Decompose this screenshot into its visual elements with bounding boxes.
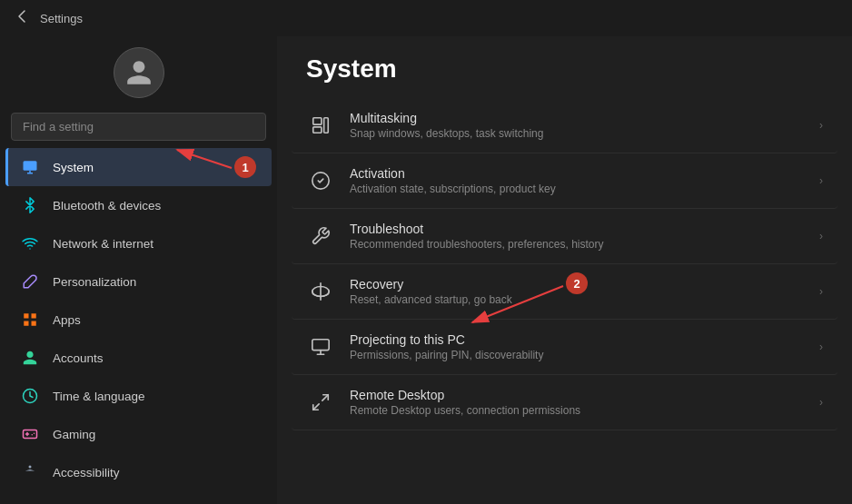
troubleshoot-chevron: › [819,230,823,242]
remotedesktop-title: Remote Desktop [350,388,805,402]
settings-item-activation[interactable]: Activation Activation state, subscriptio… [292,153,837,209]
troubleshoot-desc: Recommended troubleshooters, preferences… [350,238,805,251]
sidebar-item-gaming-label: Gaming [53,428,95,441]
projecting-icon [306,332,335,361]
remotedesktop-icon [306,388,335,417]
sidebar-item-bluetooth[interactable]: Bluetooth & devices [5,186,272,224]
content-header: System [277,36,852,98]
projecting-chevron: › [819,341,823,353]
activation-text: Activation Activation state, subscriptio… [350,166,805,195]
settings-item-remotedesktop[interactable]: Remote Desktop Remote Desktop users, con… [292,375,837,430]
sidebar-item-bluetooth-label: Bluetooth & devices [53,199,161,212]
sidebar-item-system[interactable]: System [5,148,272,186]
page-title: System [306,54,823,84]
sidebar-item-accessibility[interactable]: Accessibility [5,453,272,491]
settings-item-multitasking[interactable]: Multitasking Snap windows, desktops, tas… [292,98,837,153]
brush-icon [20,272,40,292]
sidebar-item-timelanguage-label: Time & language [53,390,145,403]
sidebar-item-apps-label: Apps [53,313,81,327]
sidebar-item-gaming[interactable]: Gaming [5,415,272,453]
settings-item-recovery[interactable]: Recovery Reset, advanced startup, go bac… [292,264,837,320]
sidebar-item-system-label: System [53,161,94,174]
activation-title: Activation [350,166,805,181]
clock-icon [20,386,40,406]
sidebar-item-network[interactable]: Network & internet [5,224,272,262]
recovery-text: Recovery Reset, advanced startup, go bac… [350,277,805,306]
back-button[interactable] [15,9,29,27]
recovery-desc: Reset, advanced startup, go back [350,293,805,306]
grid-icon [20,310,40,330]
user-avatar-container [0,36,277,113]
svg-rect-17 [324,118,329,133]
sidebar-item-accounts-label: Accounts [53,351,104,365]
projecting-title: Projecting to this PC [350,332,805,347]
svg-rect-5 [32,313,36,318]
svg-rect-21 [312,340,329,351]
content-area: System Multitasking Snap windows, deskto… [277,36,852,504]
settings-item-troubleshoot[interactable]: Troubleshoot Recommended troubleshooters… [292,209,837,264]
sidebar: System Bluetooth & devices [0,36,277,504]
search-container [11,113,266,141]
troubleshoot-text: Troubleshoot Recommended troubleshooters… [350,222,805,251]
gamepad-icon [20,424,40,444]
settings-item-projecting[interactable]: Projecting to this PC Permissions, pairi… [292,320,837,375]
wifi-icon [20,233,40,253]
person-icon [20,348,40,368]
activation-icon [306,166,335,195]
settings-list: Multitasking Snap windows, desktops, tas… [277,98,852,430]
sidebar-nav: System Bluetooth & devices [0,148,277,491]
multitasking-icon [306,111,335,140]
remotedesktop-desc: Remote Desktop users, connection permiss… [350,404,805,417]
remotedesktop-chevron: › [819,396,823,409]
svg-rect-16 [313,127,322,133]
avatar [114,47,164,98]
recovery-title: Recovery [350,277,805,292]
svg-point-14 [29,466,32,469]
accessibility-icon [20,462,40,482]
projecting-text: Projecting to this PC Permissions, pairi… [350,332,805,361]
remotedesktop-text: Remote Desktop Remote Desktop users, con… [350,388,805,417]
sidebar-item-personalization[interactable]: Personalization [5,262,272,301]
monitor-icon [20,157,40,177]
activation-desc: Activation state, subscriptions, product… [350,183,805,195]
app-title: Settings [40,12,83,25]
title-bar: Settings [0,0,852,36]
multitasking-desc: Snap windows, desktops, task switching [350,127,805,140]
projecting-desc: Permissions, pairing PIN, discoverabilit… [350,349,805,361]
svg-rect-6 [24,321,28,326]
bluetooth-icon [20,195,40,215]
recovery-chevron: › [819,285,823,298]
svg-rect-4 [24,313,28,318]
sidebar-item-network-label: Network & internet [53,237,154,251]
multitasking-text: Multitasking Snap windows, desktops, tas… [350,111,805,140]
sidebar-item-accessibility-label: Accessibility [53,466,120,479]
svg-line-25 [313,404,319,410]
sidebar-item-apps[interactable]: Apps [5,301,272,339]
troubleshoot-icon [306,222,335,251]
search-input[interactable] [11,113,266,141]
svg-rect-15 [313,118,322,124]
recovery-icon [306,277,335,306]
svg-line-24 [322,395,328,400]
troubleshoot-title: Troubleshoot [350,222,805,236]
svg-rect-0 [24,161,37,171]
sidebar-item-personalization-label: Personalization [53,275,136,289]
multitasking-chevron: › [819,119,823,132]
sidebar-item-timelanguage[interactable]: Time & language [5,377,272,415]
sidebar-item-accounts[interactable]: Accounts [5,339,272,377]
activation-chevron: › [819,174,823,187]
svg-rect-7 [32,321,36,326]
multitasking-title: Multitasking [350,111,805,125]
